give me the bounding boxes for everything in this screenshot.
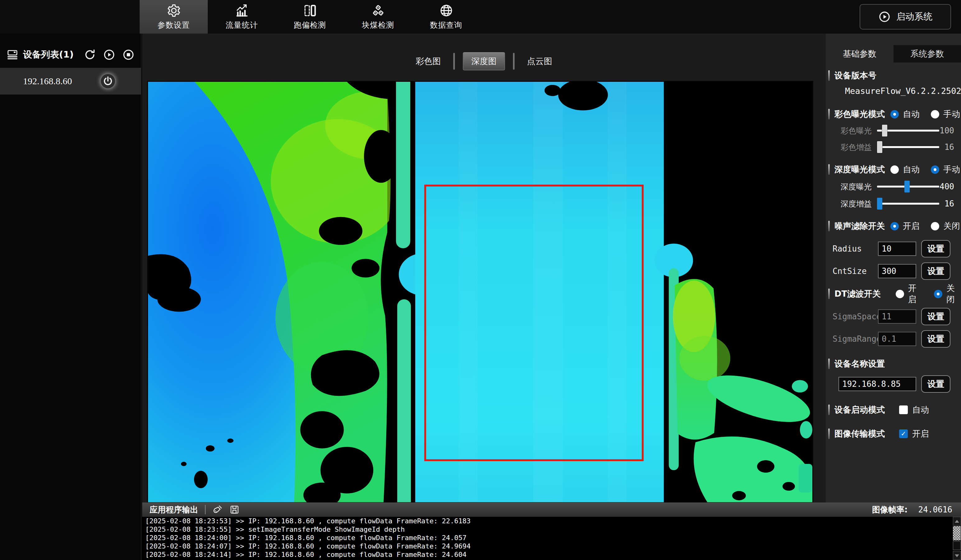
color-exposure-value: 100: [939, 126, 954, 135]
color-exposure-auto-radio[interactable]: [890, 110, 899, 119]
scrollbar-up-button[interactable]: [953, 517, 961, 525]
scrollbar-thumb[interactable]: [953, 526, 961, 541]
color-exposure-slider[interactable]: [877, 130, 939, 132]
cntsize-input[interactable]: [878, 264, 916, 278]
toolbar-tab-flow-statistics[interactable]: 流量统计: [208, 0, 276, 34]
section-accent-bar: [828, 404, 830, 415]
sigmaspace-set-button[interactable]: 设置: [921, 308, 950, 325]
device-list-header: 设备列表(1): [0, 42, 141, 68]
device-list-icon: [6, 48, 19, 61]
sigmarange-row: SigmaRange 设置: [826, 330, 961, 348]
tab-divider: [453, 53, 455, 70]
toolbar-tab-coal-detection[interactable]: 块煤检测: [344, 0, 412, 34]
depth-gain-slider-handle[interactable]: [877, 198, 882, 210]
sigmarange-input[interactable]: [878, 332, 916, 346]
refresh-icon[interactable]: [84, 48, 96, 61]
device-name-label: 设备名称设置: [834, 358, 885, 369]
color-gain-slider[interactable]: [877, 146, 939, 148]
toolbar-tab-label: 数据查询: [430, 20, 463, 30]
radius-set-button[interactable]: 设置: [921, 240, 950, 257]
up-arrow-icon: [955, 520, 959, 523]
noise-filter-on-label: 开启: [903, 220, 920, 232]
toolbar-tab-label: 块煤检测: [362, 20, 394, 30]
play-circle-icon: [878, 11, 891, 23]
depth-exposure-mode-row: 深度曝光模式 自动 手动: [826, 164, 961, 175]
color-exposure-mode-label: 彩色曝光模式: [834, 109, 885, 120]
depth-gain-slider-row: 深度增益 16: [826, 198, 961, 209]
color-gain-value: 16: [939, 143, 954, 152]
cntsize-label: CntSize: [832, 266, 878, 276]
color-exposure-manual-radio[interactable]: [931, 110, 939, 119]
deviation-icon: [303, 3, 317, 18]
stop-all-icon[interactable]: [122, 48, 135, 61]
log-scrollbar[interactable]: [953, 517, 961, 560]
depth-gain-value: 16: [939, 199, 954, 208]
tab-point-cloud[interactable]: 点云图: [523, 53, 557, 70]
image-transfer-mode-option: 开启: [912, 428, 929, 440]
device-list-title: 设备列表(1): [23, 48, 74, 61]
toolbar-tab-label: 参数设置: [157, 20, 190, 30]
device-start-mode-label: 设备启动模式: [834, 404, 899, 416]
sigmarange-label: SigmaRange: [832, 334, 878, 343]
dt-filter-off-radio[interactable]: [934, 290, 942, 298]
device-row[interactable]: 192.168.8.60: [0, 68, 141, 95]
depth-exposure-manual-radio[interactable]: [931, 165, 939, 174]
color-exposure-slider-row: 彩色曝光 100: [826, 125, 961, 136]
sigmaspace-input[interactable]: [878, 310, 916, 324]
color-exposure-slider-handle[interactable]: [882, 125, 887, 136]
device-version-row: MeasureFlow_V6.2.2.250207: [826, 85, 961, 96]
depth-exposure-mode-label: 深度曝光模式: [834, 164, 885, 175]
toolbar-tab-parameter-settings[interactable]: 参数设置: [140, 0, 208, 34]
noise-filter-off-label: 关闭: [943, 220, 960, 232]
dt-filter-on-label: 开启: [908, 282, 923, 305]
parameter-panel: 基础参数 系统参数 设备版本号 MeasureFlow_V6.2.2.25020…: [826, 34, 961, 502]
color-gain-label: 彩色增益: [826, 142, 872, 152]
depth-map-rendering: [148, 82, 812, 502]
image-transfer-mode-checkbox[interactable]: [899, 429, 908, 438]
device-name-set-button[interactable]: 设置: [921, 375, 950, 393]
clear-log-icon[interactable]: [212, 504, 223, 515]
radius-input[interactable]: [878, 242, 916, 256]
start-system-button[interactable]: 启动系统: [860, 4, 951, 29]
noise-filter-off-radio[interactable]: [931, 222, 939, 230]
depth-exposure-slider[interactable]: [877, 186, 939, 188]
image-transfer-mode-label: 图像传输模式: [834, 428, 899, 440]
cntsize-set-button[interactable]: 设置: [921, 262, 950, 280]
depth-exposure-value: 400: [939, 182, 954, 191]
toolbar-tab-deviation-detection[interactable]: 跑偏检测: [276, 0, 344, 34]
view-mode-tabs: 彩色图 深度图 点云图: [411, 52, 557, 70]
log-line: [2025-02-08 18:24:07] >> IP: 192.168.8.6…: [142, 542, 961, 550]
sigmarange-set-button[interactable]: 设置: [921, 330, 950, 348]
log-output-panel[interactable]: [2025-02-08 18:23:53] >> IP: 192.168.8.6…: [142, 517, 961, 560]
frame-rate-group: 图像帧率: 24.0616: [872, 504, 952, 515]
log-line: [2025-02-08 18:24:00] >> IP: 192.168.8.6…: [142, 534, 961, 542]
power-icon: [102, 75, 114, 87]
color-exposure-manual-label: 手动: [943, 109, 960, 120]
depth-exposure-manual-label: 手动: [943, 164, 960, 175]
noise-filter-on-radio[interactable]: [890, 222, 899, 230]
gear-icon: [167, 3, 181, 18]
radius-row: Radius 设置: [826, 240, 961, 257]
toolbar-tab-label: 跑偏检测: [294, 20, 326, 30]
tab-depth-image[interactable]: 深度图: [463, 52, 505, 70]
device-name-input[interactable]: [839, 377, 916, 391]
dt-filter-on-radio[interactable]: [896, 290, 904, 298]
depth-map-image[interactable]: [147, 81, 813, 503]
tab-color-image[interactable]: 彩色图: [411, 53, 445, 70]
device-power-button[interactable]: [101, 74, 115, 88]
play-all-icon[interactable]: [103, 48, 116, 61]
device-start-mode-checkbox[interactable]: [899, 406, 908, 414]
globe-icon: [439, 3, 453, 18]
tab-basic-parameters[interactable]: 基础参数: [826, 45, 894, 63]
toolbar-tab-data-query[interactable]: 数据查询: [412, 0, 480, 34]
depth-gain-slider[interactable]: [877, 203, 939, 205]
save-log-icon[interactable]: [229, 504, 240, 515]
depth-exposure-auto-radio[interactable]: [890, 165, 899, 174]
device-start-mode-option: 自动: [912, 404, 929, 416]
color-gain-slider-handle[interactable]: [877, 141, 882, 153]
main-toolbar: 参数设置 流量统计 跑偏检测 块煤检测: [0, 0, 961, 34]
depth-exposure-slider-handle[interactable]: [905, 181, 910, 193]
toolbar-spacer: [0, 0, 140, 34]
tab-system-parameters[interactable]: 系统参数: [894, 45, 961, 63]
scrollbar-down-button[interactable]: [953, 551, 961, 560]
